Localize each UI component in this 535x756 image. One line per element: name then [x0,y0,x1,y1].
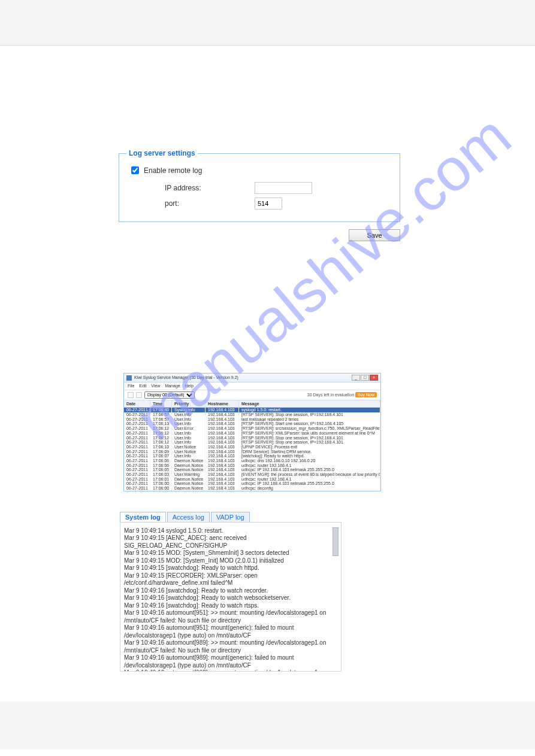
syslog-row[interactable]: 06-27-201117:06:06Daemon.Notice192.168.4… [124,459,380,463]
col-hostname[interactable]: Hostname [205,400,239,408]
tab-access-log[interactable]: Access log [167,512,210,522]
enable-remote-log-checkbox[interactable] [131,166,139,174]
buy-now-button[interactable]: Buy Now [355,392,377,397]
log-line: Mar 9 10:49:16 automount[951]: >> mount:… [124,609,337,624]
window-minimize-icon[interactable]: _ [352,375,360,381]
system-log-pane: Mar 9 10:49:14 syslogd 1.5.0: restart.Ma… [120,522,341,672]
scrollbar-thumb[interactable] [333,527,338,556]
menu-file[interactable]: File [128,384,134,388]
log-server-settings-fieldset: Log server settings Enable remote log IP… [119,153,400,222]
toolbar-icon[interactable] [128,392,134,398]
menu-manage[interactable]: Manage [165,384,180,388]
syslog-rows-container: 06-27-201117:08:40Syslog.Info192.168.4.1… [124,408,380,490]
syslog-row[interactable]: 06-27-201117:06:57User.Info192.168.4.103… [124,417,380,422]
log-line: Mar 9 10:49:16 [swatchdog]: Ready to wat… [124,602,337,610]
ip-address-input[interactable] [255,182,312,194]
window-close-icon[interactable]: × [370,375,378,381]
toolbar-icon[interactable] [136,392,142,398]
tab-system-log[interactable]: System log [120,512,166,522]
save-button[interactable]: Save [349,229,400,241]
syslog-row[interactable]: 06-27-201117:06:13User.Info192.168.4.103… [124,421,380,426]
syslog-row[interactable]: 06-27-201117:06:00Daemon.Notice192.168.4… [124,486,380,491]
fieldset-legend: Log server settings [126,149,198,157]
port-input[interactable] [255,198,282,210]
col-time[interactable]: Time [150,400,172,408]
display-selector[interactable]: Display 00 (Default) [144,391,195,399]
log-tabs-bar: System log Access log VADP log [120,512,341,522]
log-line: Mar 9 10:49:16 automount[992]: >> mount:… [124,669,337,672]
kiwi-title-text: Kiwi Syslog Service Manager (30 Day tria… [126,375,238,381]
syslog-columns-header: Date Time Priority Hostname Message [124,400,380,408]
menu-view[interactable]: View [151,384,160,388]
col-priority[interactable]: Priority [172,400,205,408]
log-line: Mar 9 10:49:15 [RECORDER]: XMLSParser: o… [124,572,337,587]
kiwi-menu-bar: File Edit View Manage Help [124,382,380,390]
port-label: port: [165,199,255,208]
col-date[interactable]: Date [124,400,150,408]
window-maximize-icon[interactable]: □ [361,375,369,381]
log-line: Mar 9 10:49:16 [swatchdog]: Ready to wat… [124,587,337,595]
log-line: Mar 9 10:49:14 syslogd 1.5.0: restart. [124,527,337,535]
col-message[interactable]: Message [239,400,380,408]
menu-edit[interactable]: Edit [139,384,146,388]
log-line: Mar 9 10:49:15 MOD: [System_ShmemInit] 3… [124,549,337,557]
syslog-row[interactable]: 06-27-201117:06:57User.Info192.168.4.103… [124,412,380,417]
enable-remote-log-label: Enable remote log [144,166,202,175]
log-line: Mar 9 10:49:15 [swatchdog]: Ready to wat… [124,564,337,572]
kiwi-syslog-window: Kiwi Syslog Service Manager (30 Day tria… [123,373,381,491]
tab-vadp-log[interactable]: VADP log [211,512,250,522]
page-header-bar [0,0,535,45]
syslog-row[interactable]: 06-27-201117:06:09User.Notice192.168.4.1… [124,450,380,454]
log-line: Mar 9 10:49:16 automount[989]: mount(gen… [124,654,337,669]
syslog-row[interactable]: 06-27-201117:06:06Daemon.Notice192.168.4… [124,463,380,468]
syslog-row[interactable]: 06-27-201117:06:12User.Info192.168.4.103… [124,431,380,436]
evaluation-text: 30 Days left in evaluation [307,393,354,397]
ip-address-label: IP address: [165,184,255,192]
syslog-row[interactable]: 06-27-201117:06:12User.Error192.168.4.10… [124,426,380,431]
syslog-row[interactable]: 06-27-201117:08:40Syslog.Info192.168.4.1… [124,408,380,412]
page-footer-bar [0,702,535,749]
log-line: Mar 9 10:49:15 MOD: [System_Init] MOD (2… [124,557,337,565]
syslog-row[interactable]: 06-27-201117:06:05Daemon.Notice192.168.4… [124,467,380,472]
syslog-row[interactable]: 06-27-201117:06:12User.Info192.168.4.103… [124,436,380,441]
syslog-row[interactable]: 06-27-201117:06:01Daemon.Notice192.168.4… [124,477,380,482]
app-icon [126,375,132,381]
syslog-row[interactable]: 06-27-201117:06:10User.Notice192.168.4.1… [124,445,380,450]
log-line: Mar 9 10:49:16 [swatchdog]: Ready to wat… [124,594,337,602]
syslog-row[interactable]: 06-27-201117:06:07User.Info192.168.4.103… [124,454,380,459]
log-line: Mar 9 10:49:15 [AENC_ADEC]: aenc receive… [124,535,337,549]
menu-help[interactable]: Help [185,384,194,388]
log-line: Mar 9 10:49:16 automount[951]: mount(gen… [124,624,337,639]
log-line: Mar 9 10:49:16 automount[989]: >> mount:… [124,639,337,654]
syslog-row[interactable]: 06-27-201117:06:12User.Info192.168.4.103… [124,440,380,445]
syslog-row[interactable]: 06-27-201117:06:00Daemon.Notice192.168.4… [124,481,380,486]
syslog-row[interactable]: 06-27-201117:06:03User.Warning192.168.4.… [124,472,380,477]
